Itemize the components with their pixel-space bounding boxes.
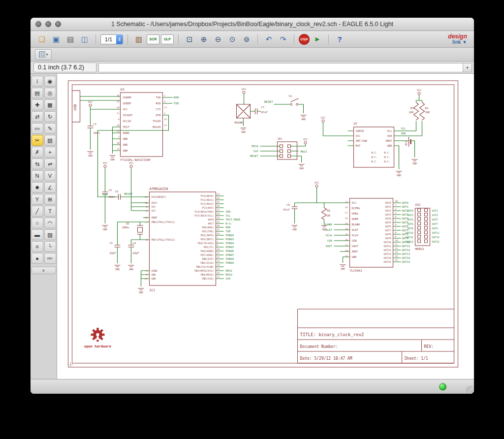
tool-rect-button[interactable]: ▬ bbox=[32, 229, 43, 240]
pin-label: OUT15 bbox=[383, 260, 391, 263]
tool-invoke-button[interactable]: ⊞ bbox=[44, 194, 56, 205]
minimize-window-button[interactable] bbox=[45, 21, 51, 27]
zoom-fit-button[interactable]: ⊡ bbox=[183, 33, 196, 45]
library-button[interactable]: ▥ bbox=[132, 33, 145, 45]
pin-label: 25 bbox=[217, 201, 220, 203]
command-input[interactable] bbox=[98, 63, 463, 72]
tool-mark-button[interactable]: ◎ bbox=[44, 88, 56, 98]
tool-paste-button[interactable]: ▧ bbox=[44, 135, 56, 146]
net-label: GND bbox=[139, 291, 143, 294]
c2-value: 100n bbox=[109, 195, 115, 198]
sheet-button[interactable]: 1/1 bbox=[100, 34, 123, 44]
gnd-symbol bbox=[115, 265, 121, 267]
zoom-in-button[interactable]: ⊕ bbox=[197, 33, 210, 45]
net-label: BLANK bbox=[324, 223, 332, 226]
help-button[interactable]: ? bbox=[333, 33, 346, 45]
pin-label: PD1(TXD) bbox=[202, 230, 214, 233]
tool-rotate-button[interactable]: ↻ bbox=[44, 111, 56, 122]
close-window-button[interactable] bbox=[35, 21, 41, 27]
stop-button[interactable]: STOP bbox=[299, 34, 310, 45]
pin-label: 8 bbox=[395, 231, 397, 234]
pin-label: 17 bbox=[117, 112, 120, 115]
tool-polygon-button[interactable]: ▨ bbox=[44, 229, 56, 240]
undo-button[interactable]: ↶ bbox=[262, 33, 275, 45]
tool-pinswap-button[interactable]: ⇆ bbox=[32, 158, 43, 169]
tool-label-button[interactable]: ABC bbox=[44, 253, 56, 264]
tool-display-button[interactable]: ▤ bbox=[32, 88, 43, 98]
command-history-dropdown[interactable]: ▾ bbox=[463, 63, 472, 72]
tool-split-button[interactable]: Y bbox=[32, 194, 43, 205]
run-button[interactable]: ▶ bbox=[311, 33, 324, 45]
tool-bus-button[interactable]: ≡ bbox=[32, 241, 43, 252]
pin-label: 5 bbox=[164, 100, 166, 103]
tool-move-button[interactable]: ✚ bbox=[32, 99, 43, 110]
tool-circle-button[interactable]: ○ bbox=[32, 218, 43, 228]
save-button[interactable]: ▣ bbox=[50, 33, 63, 45]
battery-name: U11 bbox=[405, 141, 408, 146]
tool-gateswap-button[interactable]: ⇌ bbox=[44, 158, 56, 169]
ulp-button[interactable]: ULP bbox=[161, 34, 174, 44]
tool-value-button[interactable]: V bbox=[44, 170, 56, 181]
c4-name: C4 bbox=[133, 242, 136, 245]
schematic-canvas[interactable]: VCCVCCVCCVCCVCCVCCVCCVCC GNDGNDGNDGNDGND… bbox=[57, 74, 474, 379]
pin-label: OUT9 bbox=[385, 237, 391, 240]
title-bar[interactable]: 1 Schematic - /Users/james/Dropbox/Proje… bbox=[31, 18, 474, 31]
coordinate-bar: 0.1 inch (3.7 6.2) ▾ bbox=[31, 62, 474, 74]
print-button[interactable]: ▤ bbox=[64, 33, 77, 45]
tool-name-button[interactable]: N bbox=[32, 170, 43, 181]
tool-info-button[interactable]: i bbox=[32, 76, 43, 87]
c4-value: 22pF bbox=[133, 251, 139, 255]
net-label: GND bbox=[341, 267, 345, 270]
grid-button[interactable]: ▾ bbox=[35, 49, 52, 60]
zoom-window-button[interactable] bbox=[55, 21, 61, 27]
pin-label: IREF bbox=[352, 250, 358, 253]
tool-mirror-button[interactable]: ⇄ bbox=[32, 111, 43, 122]
tool-junction-button[interactable]: ● bbox=[32, 253, 43, 264]
pin-label: 7 bbox=[118, 136, 120, 138]
pin-label: 18 bbox=[345, 250, 348, 252]
pin-label: GND bbox=[123, 137, 128, 140]
pin-label: OUT10 bbox=[383, 241, 391, 244]
zoom-out-button[interactable]: ⊖ bbox=[212, 33, 224, 45]
pin-label: SDA bbox=[387, 134, 393, 137]
tool-arc-button[interactable]: ◠ bbox=[44, 218, 56, 228]
designlink-logo[interactable]: design link ▼ bbox=[448, 34, 469, 45]
pin-label: 3 bbox=[395, 212, 397, 214]
gnd-symbol bbox=[299, 164, 305, 166]
script-button[interactable]: SCR bbox=[147, 34, 159, 44]
tool-net-button[interactable]: └ bbox=[44, 241, 56, 252]
tool-smash-button[interactable]: ✹ bbox=[32, 182, 43, 193]
tool-group-button[interactable]: ▭ bbox=[32, 123, 43, 134]
tool-copy-button[interactable]: ▦ bbox=[44, 99, 56, 110]
pin-label: 14 bbox=[395, 255, 398, 257]
tool-add-button[interactable]: + bbox=[44, 147, 56, 157]
tool-show-button[interactable]: ◉ bbox=[44, 76, 56, 87]
tool-text-button[interactable]: T bbox=[44, 206, 56, 217]
pin-label: GND bbox=[123, 143, 128, 146]
pin-label: TXD bbox=[156, 96, 161, 99]
net-label: SCL bbox=[401, 127, 407, 130]
pin-label: 13 bbox=[395, 251, 398, 253]
tool-wire-button[interactable]: ╱ bbox=[32, 206, 43, 217]
net-label: SCLK bbox=[325, 234, 332, 237]
pin-label: GND bbox=[152, 277, 156, 280]
tool-delete-button[interactable]: ✗ bbox=[32, 147, 43, 157]
pin-label: 9 bbox=[217, 244, 219, 247]
zoom-redraw-button[interactable]: ⊙ bbox=[226, 33, 239, 45]
tool-change-button[interactable]: ✎ bbox=[44, 123, 56, 134]
gnd-symbol bbox=[301, 115, 307, 117]
resize-grip[interactable] bbox=[466, 386, 473, 393]
pin-label: PB3(MOSI/OC2) bbox=[194, 269, 214, 272]
reg-value: MO2NB bbox=[235, 121, 243, 124]
grid-icon bbox=[39, 51, 45, 58]
more-tools-button[interactable]: » bbox=[32, 267, 56, 274]
open-hardware-logo bbox=[91, 328, 105, 342]
gnd-symbol bbox=[102, 225, 108, 227]
open-button[interactable]: ❏ bbox=[35, 33, 48, 45]
redo-button[interactable]: ↷ bbox=[277, 33, 289, 45]
tool-miter-button[interactable]: ∠ bbox=[44, 182, 56, 193]
hdr-name: U32 bbox=[415, 203, 421, 206]
tool-cut-button[interactable]: ✂ bbox=[32, 135, 43, 146]
zoom-select-button[interactable]: ⊚ bbox=[240, 33, 253, 45]
cam-processor-button[interactable]: ◫ bbox=[78, 33, 91, 45]
